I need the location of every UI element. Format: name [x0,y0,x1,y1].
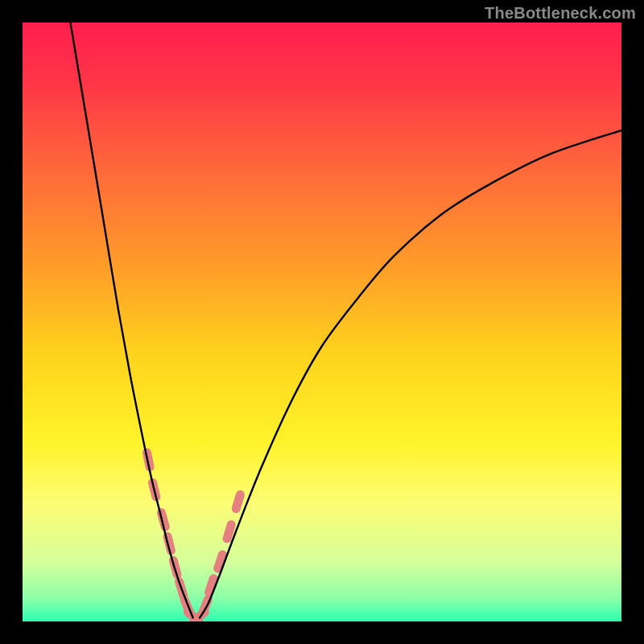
plot-area [23,23,621,621]
left-branch-curve [71,23,194,618]
right-branch-curve [199,130,621,618]
curve-layer [23,23,621,621]
watermark-text: TheBottleneck.com [485,4,636,23]
marker-pill [227,525,231,539]
outer-frame: TheBottleneck.com [0,0,644,644]
marker-group [147,452,240,621]
marker-pill [236,495,240,509]
marker-pill [218,555,223,568]
